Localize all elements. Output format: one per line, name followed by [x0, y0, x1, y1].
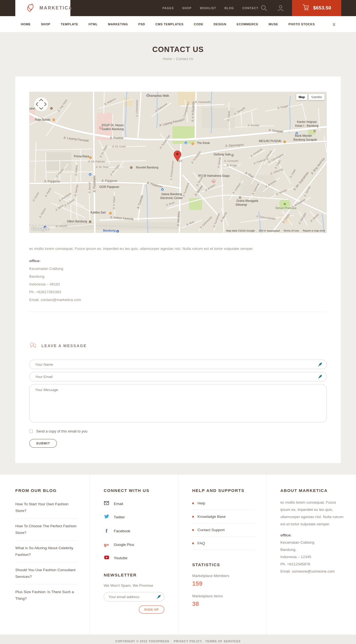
cart-button[interactable]: $653.50 — [292, 0, 341, 16]
google-logo[interactable]: Google — [31, 226, 50, 232]
stat-label: Marketplace Members — [192, 574, 254, 578]
main-nav-shop[interactable]: SHOP — [41, 23, 50, 26]
social-link-twitter[interactable]: Twitter — [104, 514, 166, 520]
form-heading: LEAVE A MESSAGE — [41, 344, 87, 348]
svg-text:Y: Y — [110, 212, 111, 215]
svg-text:⌂: ⌂ — [51, 107, 52, 110]
footer-blog-column: FROM OUR BLOG How To Start Your Own Fash… — [0, 475, 90, 635]
help-link[interactable]: FAQ — [192, 537, 254, 550]
map-label: Jl. Semar — [88, 182, 91, 193]
logo[interactable]: MARKETICA — [15, 0, 70, 16]
newsletter-tagline: We Won't Spam, We Promise — [104, 583, 166, 588]
main-nav-template[interactable]: TEMPLATE — [61, 23, 78, 26]
main-nav-design[interactable]: DESIGN — [214, 23, 226, 26]
map-label: Jl. Cihampelas — [135, 100, 138, 117]
map-label: Raja Sunda — [35, 118, 50, 121]
send-copy-checkbox[interactable] — [29, 429, 33, 433]
submit-button[interactable]: SUBMIT — [29, 439, 57, 448]
map-label: Siliwangi — [235, 203, 247, 206]
main-nav-html[interactable]: HTML — [88, 23, 98, 26]
main-nav-psd[interactable]: PSD — [138, 23, 145, 26]
send-copy-label: Send a copy of this email to you — [36, 429, 87, 433]
header-nav-pages[interactable]: PAGES — [162, 6, 174, 10]
help-link[interactable]: Contact Support — [192, 523, 254, 537]
cart-total: $653.50 — [313, 5, 331, 11]
social-link-email[interactable]: Email — [104, 501, 166, 506]
main-nav-home[interactable]: HOME — [21, 23, 31, 26]
pen-icon — [157, 595, 161, 600]
main-nav-muse[interactable]: MUSE — [269, 23, 278, 26]
social-link-facebook[interactable]: f Facebook — [104, 528, 166, 534]
top-header: MARKETICA PAGESSHOPWISHLISTBLOGCONTACT $… — [0, 0, 356, 16]
satellite-view-button[interactable]: Satellite — [309, 94, 325, 100]
email-icon — [104, 501, 109, 506]
svg-text:Π: Π — [239, 197, 241, 199]
main-nav-cms-templates[interactable]: CMS TEMPLATES — [155, 23, 184, 26]
map-label: Jl. Progo — [226, 164, 237, 167]
blog-post-link[interactable]: What is So Alluring About Celebrity Fash… — [15, 541, 78, 563]
signup-button[interactable]: SIGN UP — [139, 605, 164, 614]
help-link[interactable]: Knowladge Base — [192, 510, 254, 523]
chevron-double-down-icon[interactable] — [332, 23, 336, 28]
user-account-icon[interactable] — [277, 4, 284, 13]
museum-poi-icon: Π — [231, 154, 234, 157]
footer-help-column: HELP AND SUPPORTS Help Knowladge Base Co… — [178, 475, 266, 635]
search-icon[interactable] — [260, 4, 268, 13]
social-link-youtube[interactable]: Youtube — [104, 555, 166, 560]
map-scale-bar — [267, 230, 280, 231]
googleplus-icon: g+ — [104, 542, 109, 547]
google-map[interactable]: YYYYHH⌂⌂⌂☾$ΠΠΠ■■■■ΞΞ AstonRaja SundaJl. … — [29, 92, 327, 233]
blog-post-link[interactable]: Plus Size Fashion: Is There Such a Thing… — [15, 585, 78, 606]
office-label: office: — [29, 257, 327, 265]
svg-text:⌂: ⌂ — [131, 166, 132, 169]
map-label: Jl. Bondol — [248, 124, 259, 127]
header-nav-contact[interactable]: CONTACT — [242, 6, 258, 10]
header-nav-shop[interactable]: SHOP — [182, 6, 192, 10]
contact-form: LEAVE A MESSAGE — [15, 312, 341, 463]
blog-post-link[interactable]: How To Choose The Perfect Fashion Store? — [15, 519, 78, 541]
copyright-text: COPYRIGHT © 2015 TOKOPRESS — [115, 640, 169, 643]
social-link-googleplus[interactable]: g+ Google Plus — [104, 542, 166, 547]
main-nav-marketing[interactable]: MARKETING — [108, 23, 128, 26]
youtube-icon — [104, 555, 109, 560]
header-nav-wishlist[interactable]: WISHLIST — [200, 6, 216, 10]
privacy-policy-link[interactable]: PRIVACY POLICY — [174, 640, 202, 643]
breadcrumb-home[interactable]: Home — [163, 57, 172, 61]
restaurant-poi-icon: Y — [109, 212, 112, 215]
footer: FROM OUR BLOG How To Start Your Own Fash… — [0, 475, 356, 635]
name-input[interactable] — [29, 360, 327, 369]
pen-icon — [318, 362, 322, 368]
main-nav-code[interactable]: CODE — [194, 23, 203, 26]
map-label: Jl. Pasteur — [110, 136, 123, 140]
contact-card: YYYYHH⌂⌂⌂☾$ΠΠΠ■■■■ΞΞ AstonRaja SundaJl. … — [15, 76, 341, 463]
main-nav-ecommerce[interactable]: ECOMMERCE — [237, 23, 258, 26]
map-label: Jl. Hasanudin — [195, 100, 211, 103]
svg-text:H: H — [213, 180, 214, 183]
map-attribution: Map data ©2015 Google 200 m Terms of Use… — [226, 229, 325, 232]
header-nav-blog[interactable]: BLOG — [224, 6, 234, 10]
help-link[interactable]: Help — [192, 497, 254, 510]
blog-post-link[interactable]: Should You Use Fashion Consultant Servic… — [15, 563, 78, 585]
main-nav-photo-stocks[interactable]: PHOTO STOCKS — [288, 23, 315, 26]
report-map-error-link[interactable]: Report a map error — [303, 229, 325, 232]
svg-text:Y: Y — [53, 119, 54, 121]
newsletter-email-input[interactable] — [104, 592, 164, 601]
blog-post-link[interactable]: How To Start Your Own Fashion Store? — [15, 497, 78, 519]
about-text: ec mollis lorem consequat. Fusce ipsum e… — [280, 499, 344, 528]
office-line: Bandung. — [280, 546, 344, 553]
page-hero: CONTACT US Home›Contact Us — [0, 33, 356, 76]
svg-text:■: ■ — [185, 142, 187, 144]
terms-of-services-link[interactable]: TERMS OF SERVICES — [205, 640, 241, 643]
map-label: Jl. Dr. Rum — [96, 165, 109, 168]
map-label: Kartika Sari — [91, 211, 106, 214]
message-textarea[interactable] — [29, 384, 327, 422]
email-input[interactable] — [29, 372, 327, 381]
map-view-button[interactable]: Map — [296, 94, 307, 100]
shopping-poi-icon: ■ — [89, 173, 92, 176]
map-label: MESJID PUSDAI — [259, 139, 281, 143]
stat-value: 38 — [192, 600, 254, 608]
mosque-poi-icon: ☾ — [283, 140, 286, 143]
hospital-poi-icon: H — [212, 180, 215, 183]
map-label: GOR Pajajaran — [99, 185, 119, 188]
terms-of-use-link[interactable]: Terms of Use — [283, 229, 299, 232]
